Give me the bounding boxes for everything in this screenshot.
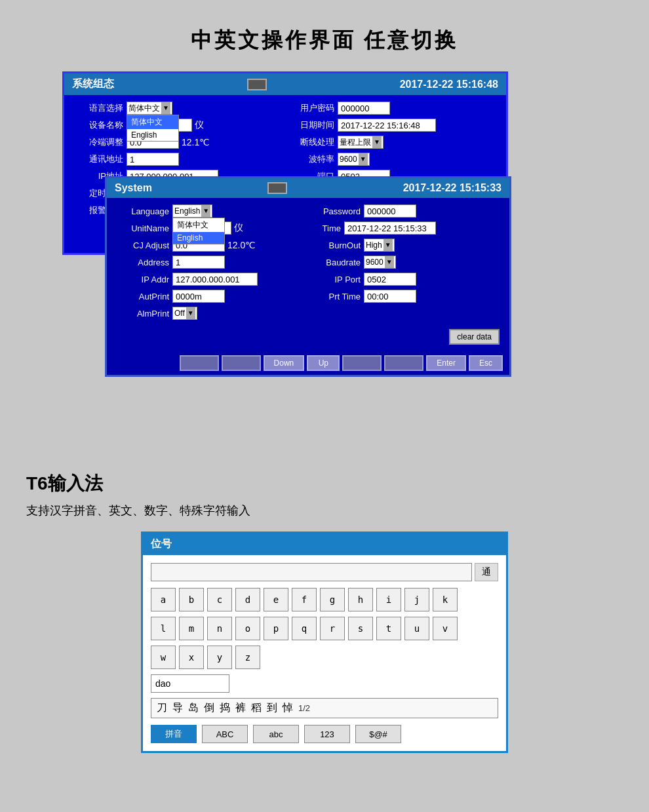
- kb-mode-abc-lower[interactable]: abc: [253, 725, 299, 743]
- en-baudrate-dropdown[interactable]: 9600 ▼: [364, 256, 396, 269]
- cn-address-field[interactable]: [127, 153, 179, 166]
- kb-candidate-8[interactable]: 到: [267, 701, 277, 715]
- en-lang-option-2[interactable]: English: [173, 232, 224, 244]
- en-ip-field[interactable]: [172, 273, 258, 286]
- en-enter-button[interactable]: Enter: [426, 355, 466, 371]
- en-language-arrow[interactable]: ▼: [201, 205, 210, 217]
- cn-datetime-field[interactable]: [338, 119, 436, 132]
- cn-datetime-label: 日期时间: [285, 119, 334, 131]
- kb-key-d[interactable]: d: [235, 588, 260, 611]
- kb-mode-abc[interactable]: ABC: [202, 725, 248, 743]
- cn-burnout-row: 断线处理 量程上限 ▼: [285, 136, 496, 149]
- en-burnout-arrow[interactable]: ▼: [384, 239, 393, 251]
- en-almprint-value: Off: [174, 309, 185, 318]
- cn-baudrate-dropdown[interactable]: 9600 ▼: [338, 153, 370, 166]
- en-almprint-arrow[interactable]: ▼: [186, 307, 195, 319]
- kb-key-a[interactable]: a: [151, 588, 176, 611]
- en-almprint-dropdown[interactable]: Off ▼: [172, 307, 197, 320]
- kb-key-z[interactable]: z: [235, 646, 260, 669]
- kb-candidate-7[interactable]: 稻: [251, 701, 262, 715]
- kb-key-v[interactable]: v: [433, 617, 458, 640]
- en-language-row: Language English ▼ 简体中文 English: [117, 204, 308, 218]
- en-window-datetime: 2017-12-22 15:15:33: [403, 182, 502, 194]
- kb-key-e[interactable]: e: [264, 588, 288, 611]
- en-time-label: Time: [308, 223, 341, 233]
- en-prttime-field[interactable]: [364, 290, 416, 303]
- kb-key-p[interactable]: p: [264, 617, 288, 640]
- kb-candidate-3[interactable]: 岛: [188, 701, 199, 715]
- cn-window-icon: [247, 79, 267, 90]
- en-language-options: 简体中文 English: [172, 218, 225, 244]
- kb-key-t[interactable]: t: [376, 617, 401, 640]
- kb-key-x[interactable]: x: [179, 646, 204, 669]
- kb-key-l[interactable]: l: [151, 617, 176, 640]
- kb-key-c[interactable]: c: [207, 588, 232, 611]
- kb-main-input[interactable]: [151, 563, 472, 581]
- en-window-title: System: [115, 182, 152, 194]
- kb-key-r[interactable]: r: [320, 617, 345, 640]
- kb-key-i[interactable]: i: [376, 588, 401, 611]
- kb-key-o[interactable]: o: [235, 617, 260, 640]
- kb-key-f[interactable]: f: [292, 588, 317, 611]
- kb-key-m[interactable]: m: [179, 617, 204, 640]
- kb-candidate-9[interactable]: 悼: [283, 701, 293, 715]
- kb-mode-pinyin[interactable]: 拼音: [151, 725, 197, 743]
- kb-key-y[interactable]: y: [207, 646, 232, 669]
- kb-key-w[interactable]: w: [151, 646, 176, 669]
- kb-key-b[interactable]: b: [179, 588, 204, 611]
- cn-language-dropdown[interactable]: 简体中文 ▼ 简体中文 English: [127, 102, 172, 115]
- en-esc-button[interactable]: Esc: [469, 355, 503, 371]
- kb-key-s[interactable]: s: [348, 617, 373, 640]
- cn-password-field[interactable]: [338, 102, 390, 115]
- en-burnout-value: High: [366, 241, 382, 250]
- kb-candidate-1[interactable]: 刀: [157, 701, 167, 715]
- en-ipport-row: IP Port: [308, 273, 500, 286]
- en-time-field[interactable]: [344, 222, 436, 235]
- en-window-body: Language English ▼ 简体中文 English: [107, 198, 509, 351]
- en-address-field[interactable]: [172, 256, 225, 269]
- kb-key-n[interactable]: n: [207, 617, 232, 640]
- cn-lang-option-2[interactable]: English: [127, 129, 178, 141]
- en-down-button[interactable]: Down: [264, 355, 305, 371]
- en-password-field[interactable]: [364, 204, 416, 218]
- kb-pinyin-input[interactable]: [151, 674, 229, 693]
- kb-key-h[interactable]: h: [348, 588, 373, 611]
- kb-key-g[interactable]: g: [320, 588, 345, 611]
- en-col-right: Password Time BurnOut High: [308, 204, 500, 324]
- kb-candidate-2[interactable]: 导: [172, 701, 183, 715]
- en-autprint-field[interactable]: [172, 290, 225, 303]
- cn-language-field[interactable]: 简体中文 ▼: [127, 102, 172, 115]
- en-up-button[interactable]: Up: [307, 355, 340, 371]
- en-baudrate-arrow[interactable]: ▼: [385, 256, 394, 268]
- kb-mode-123[interactable]: 123: [304, 725, 350, 743]
- kb-key-u[interactable]: u: [404, 617, 429, 640]
- kb-candidate-5[interactable]: 捣: [220, 701, 230, 715]
- cn-language-label: 语言选择: [74, 102, 123, 114]
- kb-key-j[interactable]: j: [404, 588, 429, 611]
- en-lang-option-1[interactable]: 简体中文: [173, 218, 224, 232]
- cn-burnout-arrow[interactable]: ▼: [372, 136, 382, 148]
- cn-burnout-dropdown[interactable]: 量程上限 ▼: [338, 136, 384, 149]
- cn-language-options: 简体中文 English: [127, 115, 179, 142]
- kb-mode-special[interactable]: $@#: [355, 725, 401, 743]
- en-ipport-label: IP Port: [308, 275, 361, 284]
- kb-candidate-4[interactable]: 倒: [204, 701, 214, 715]
- en-cjadjust-val2: 12.0℃: [227, 240, 256, 250]
- clear-data-button[interactable]: clear data: [449, 329, 500, 345]
- cn-language-arrow[interactable]: ▼: [161, 102, 170, 114]
- en-cjadjust-label: CJ Adjust: [117, 241, 169, 250]
- cn-language-value: 简体中文: [128, 103, 160, 114]
- en-ipport-field[interactable]: [364, 273, 416, 286]
- kb-key-k[interactable]: k: [433, 588, 458, 611]
- en-language-field[interactable]: English ▼: [172, 204, 212, 218]
- en-language-dropdown[interactable]: English ▼ 简体中文 English: [172, 204, 212, 218]
- en-unitname-label: UnitName: [117, 223, 169, 233]
- cn-lang-option-1[interactable]: 简体中文: [127, 115, 178, 129]
- kb-candidate-6[interactable]: 裤: [235, 701, 246, 715]
- en-burnout-dropdown[interactable]: High ▼: [364, 239, 395, 252]
- cn-baudrate-arrow[interactable]: ▼: [359, 153, 368, 165]
- en-window-footer: Down Up Enter Esc: [107, 351, 509, 375]
- en-address-label: Address: [117, 258, 169, 267]
- cn-address-label: 通讯地址: [74, 153, 123, 165]
- kb-key-q[interactable]: q: [292, 617, 317, 640]
